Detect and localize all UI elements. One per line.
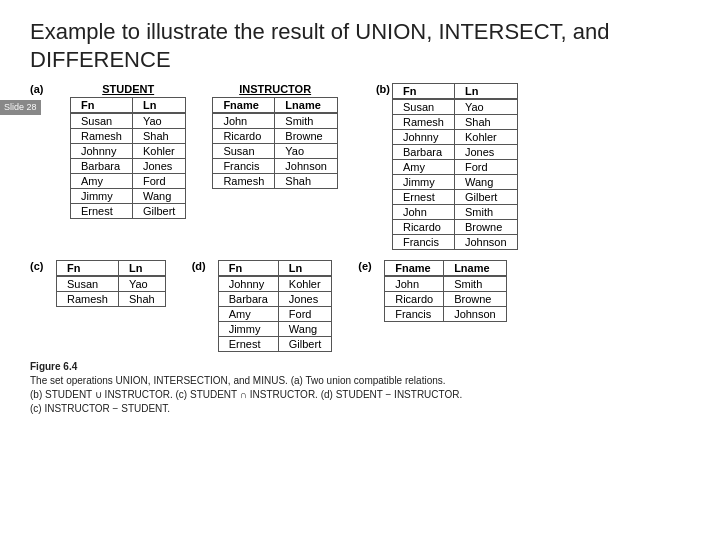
table-row: ErnestGilbert (71, 204, 186, 219)
table-row: AmyFord (218, 307, 332, 322)
d-col-ln: Ln (278, 261, 331, 277)
caption-line: (c) INSTRUCTOR − STUDENT. (30, 402, 690, 416)
table-cell: Wang (454, 175, 517, 190)
table-cell: John (213, 113, 275, 129)
table-cell: Shah (118, 292, 165, 307)
table-cell: Yao (275, 144, 338, 159)
table-cell: Wang (278, 322, 331, 337)
table-cell: Johnny (218, 276, 278, 292)
table-row: JohnSmith (213, 113, 338, 129)
table-cell: Kohler (278, 276, 331, 292)
student-col-fn: Fn (71, 98, 133, 114)
table-cell: Barbara (71, 159, 133, 174)
table-cell: Browne (454, 220, 517, 235)
table-cell: Susan (71, 113, 133, 129)
table-cell: Amy (218, 307, 278, 322)
table-cell: Ramesh (392, 115, 454, 130)
table-cell: Shah (132, 129, 185, 144)
instructor-col-lname: Lname (275, 98, 338, 114)
table-row: FrancisJohnson (385, 307, 507, 322)
table-cell: Gilbert (278, 337, 331, 352)
section-c-label: (c) (30, 260, 48, 272)
table-row: ErnestGilbert (218, 337, 332, 352)
table-cell: Jimmy (218, 322, 278, 337)
table-row: JohnnyKohler (218, 276, 332, 292)
top-section: (a) STUDENT Fn Ln SusanYaoRameshShahJohn… (30, 83, 690, 250)
slide-badge: Slide 28 (0, 100, 41, 115)
page-title: Example to illustrate the result of UNIO… (30, 18, 690, 73)
table-row: JimmyWang (392, 175, 517, 190)
table-cell: Jones (454, 145, 517, 160)
table-cell: Browne (444, 292, 507, 307)
table-cell: Francis (392, 235, 454, 250)
student-table-block: STUDENT Fn Ln SusanYaoRameshShahJohnnyKo… (70, 83, 186, 219)
table-cell: Ramesh (213, 174, 275, 189)
table-cell: Yao (454, 99, 517, 115)
table-row: BarbaraJones (218, 292, 332, 307)
section-c: (c) Fn Ln SusanYaoRameshShah (30, 260, 174, 307)
table-cell: Susan (213, 144, 275, 159)
table-cell: Ricardo (213, 129, 275, 144)
table-row: AmyFord (392, 160, 517, 175)
section-d: (d) Fn Ln JohnnyKohlerBarbaraJonesAmyFor… (192, 260, 341, 352)
table-cell: Johnson (454, 235, 517, 250)
table-cell: Jimmy (392, 175, 454, 190)
table-cell: John (385, 276, 444, 292)
table-cell: Ernest (392, 190, 454, 205)
section-d-label: (d) (192, 260, 210, 272)
e-table-block: Fname Lname JohnSmithRicardoBrowneFranci… (384, 260, 507, 322)
table-row: RicardoBrowne (392, 220, 517, 235)
instructor-table: Fname Lname JohnSmithRicardoBrowneSusanY… (212, 97, 338, 189)
bottom-section: (c) Fn Ln SusanYaoRameshShah (d) (30, 260, 690, 352)
table-cell: Smith (454, 205, 517, 220)
table-row: FrancisJohnson (213, 159, 338, 174)
table-cell: Ernest (218, 337, 278, 352)
c-col-ln: Ln (118, 261, 165, 277)
table-row: JimmyWang (218, 322, 332, 337)
section-a-label: (a) (30, 83, 48, 95)
table-row: JohnSmith (385, 276, 507, 292)
table-cell: Browne (275, 129, 338, 144)
table-cell: Shah (275, 174, 338, 189)
table-cell: Smith (444, 276, 507, 292)
table-cell: Shah (454, 115, 517, 130)
table-cell: Smith (275, 113, 338, 129)
table-cell: Susan (392, 99, 454, 115)
table-row: RameshShah (57, 292, 166, 307)
caption-line: (b) STUDENT ∪ INSTRUCTOR. (c) STUDENT ∩ … (30, 388, 690, 402)
table-cell: Ricardo (385, 292, 444, 307)
student-col-ln: Ln (132, 98, 185, 114)
table-row: RameshShah (71, 129, 186, 144)
section-e-label: (e) (358, 260, 376, 272)
table-cell: Barbara (392, 145, 454, 160)
b-table-block: Fn Ln SusanYaoRameshShahJohnnyKohlerBarb… (392, 83, 518, 250)
table-cell: Francis (213, 159, 275, 174)
figure-label: Figure 6.4 (30, 361, 77, 372)
table-cell: Ramesh (71, 129, 133, 144)
table-row: JimmyWang (71, 189, 186, 204)
table-row: SusanYao (71, 113, 186, 129)
table-cell: Johnson (275, 159, 338, 174)
instructor-col-fname: Fname (213, 98, 275, 114)
table-row: RicardoBrowne (213, 129, 338, 144)
table-row: BarbaraJones (71, 159, 186, 174)
instructor-table-block: INSTRUCTOR Fname Lname JohnSmithRicardoB… (212, 83, 338, 189)
caption-line: The set operations UNION, INTERSECTION, … (30, 374, 690, 388)
table-row: SusanYao (57, 276, 166, 292)
c-table-block: Fn Ln SusanYaoRameshShah (56, 260, 166, 307)
table-cell: Kohler (454, 130, 517, 145)
table-cell: Johnson (444, 307, 507, 322)
table-cell: Kohler (132, 144, 185, 159)
b-table: Fn Ln SusanYaoRameshShahJohnnyKohlerBarb… (392, 83, 518, 250)
e-table: Fname Lname JohnSmithRicardoBrowneFranci… (384, 260, 507, 322)
table-cell: Yao (118, 276, 165, 292)
table-cell: Francis (385, 307, 444, 322)
section-b: (b) Fn Ln SusanYaoRameshShahJohnnyKohler… (376, 83, 526, 250)
section-a: (a) STUDENT Fn Ln SusanYaoRameshShahJohn… (30, 83, 346, 219)
e-col-lname: Lname (444, 261, 507, 277)
table-cell: Jones (132, 159, 185, 174)
d-col-fn: Fn (218, 261, 278, 277)
section-b-label: (b) (376, 83, 390, 95)
table-row: JohnnyKohler (71, 144, 186, 159)
table-row: JohnSmith (392, 205, 517, 220)
